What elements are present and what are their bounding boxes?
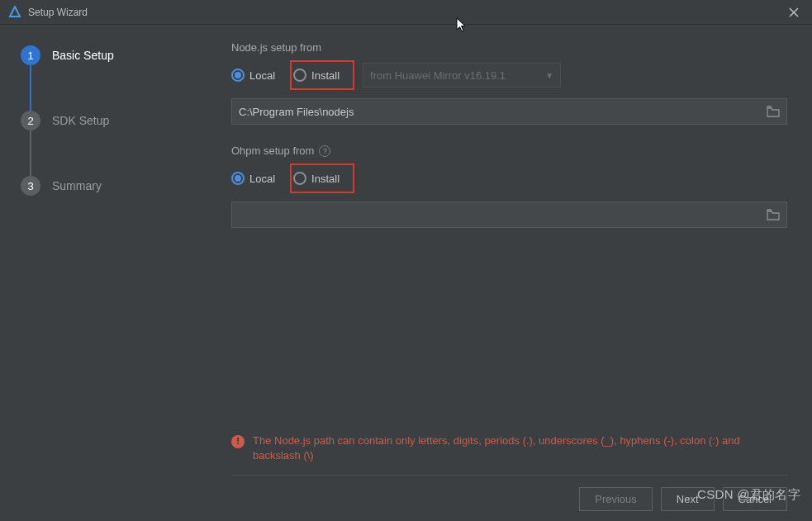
step-summary[interactable]: 3 Summary xyxy=(21,176,207,196)
previous-button[interactable]: Previous xyxy=(579,487,653,511)
step-label: Basic Setup xyxy=(52,49,114,62)
ohpm-radio-row: Local Install xyxy=(231,163,787,193)
radio-circle-icon xyxy=(293,69,306,82)
step-basic-setup[interactable]: 1 Basic Setup xyxy=(21,45,207,65)
ohpm-path-input[interactable] xyxy=(231,201,787,228)
nodejs-section-label: Node.js setup from xyxy=(231,41,787,54)
radio-label: Local xyxy=(249,173,275,185)
step-number: 1 xyxy=(21,45,40,65)
wizard-footer: Previous Next Cancel xyxy=(231,475,787,511)
step-label: SDK Setup xyxy=(52,114,109,127)
titlebar: Setup Wizard xyxy=(0,0,812,25)
radio-circle-icon xyxy=(231,69,245,82)
main-panel: Node.js setup from Local Install from Hu… xyxy=(215,25,812,521)
step-label: Summary xyxy=(52,179,102,192)
close-button[interactable] xyxy=(784,2,804,22)
error-icon: ! xyxy=(231,435,245,448)
radio-label: Local xyxy=(249,69,275,82)
ohpm-radio-local[interactable]: Local xyxy=(231,168,282,188)
step-number: 2 xyxy=(21,111,40,130)
radio-label: Install xyxy=(311,173,340,185)
app-logo-icon xyxy=(8,6,21,19)
folder-browse-icon[interactable] xyxy=(767,106,780,117)
step-connector xyxy=(30,130,31,176)
nodejs-path-input[interactable]: C:\Program Files\nodejs xyxy=(231,98,787,125)
ohpm-radio-install[interactable]: Install xyxy=(293,168,346,188)
wizard-sidebar: 1 Basic Setup 2 SDK Setup 3 Summary xyxy=(0,25,215,521)
help-icon[interactable]: ? xyxy=(319,145,330,157)
nodejs-radio-local[interactable]: Local xyxy=(231,65,282,85)
nodejs-mirror-select[interactable]: from Huawei Mirror v16.19.1 ▼ xyxy=(363,63,561,88)
step-number: 3 xyxy=(21,176,40,196)
path-value: C:\Program Files\nodejs xyxy=(239,106,354,118)
cancel-button[interactable]: Cancel xyxy=(723,487,787,511)
radio-circle-icon xyxy=(231,172,245,185)
ohpm-section-label-row: Ohpm setup from ? xyxy=(231,144,787,157)
chevron-down-icon: ▼ xyxy=(545,71,553,80)
ohpm-install-highlight: Install xyxy=(290,163,354,193)
nodejs-radio-install[interactable]: Install xyxy=(293,65,346,85)
folder-browse-icon[interactable] xyxy=(767,209,780,220)
select-value: from Huawei Mirror v16.19.1 xyxy=(370,69,506,82)
step-connector xyxy=(30,65,31,111)
error-text: The Node.js path can contain only letter… xyxy=(253,433,787,463)
nodejs-radio-row: Local Install from Huawei Mirror v16.19.… xyxy=(231,60,787,90)
step-sdk-setup[interactable]: 2 SDK Setup xyxy=(21,111,207,130)
error-message-bar: ! The Node.js path can contain only lett… xyxy=(231,419,787,463)
radio-label: Install xyxy=(311,69,340,82)
ohpm-section-label: Ohpm setup from xyxy=(231,144,314,157)
radio-circle-icon xyxy=(293,172,306,185)
next-button[interactable]: Next xyxy=(661,487,715,511)
nodejs-install-highlight: Install xyxy=(290,60,354,90)
window-title: Setup Wizard xyxy=(28,7,88,18)
